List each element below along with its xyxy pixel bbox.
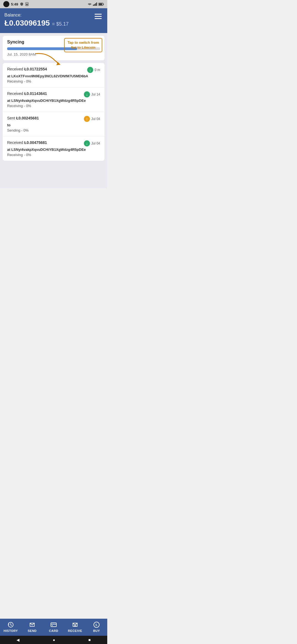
svg-rect-4 [95,3,96,6]
tx-amount: Ł0.00245681 [16,116,39,120]
tooltip-arrow [30,51,63,66]
svg-rect-2 [93,5,94,6]
signal-icon [93,2,97,6]
status-bar: 5:49 [0,0,107,8]
header: Balance: Ł0.03096195 = $5.17 [0,8,107,33]
tooltip-box: Tap to switch fromfiat to Litecoin [64,38,102,52]
tx-amount: Ł0.01722554 [24,67,47,71]
tx-received-icon: ↓ [84,91,90,97]
tx-time: Jul 04 [91,141,100,145]
transaction-item[interactable]: Received Ł0.01143641 ↓ Jul 14 at LSNyi4v… [3,88,105,112]
tx-time: 0 m [95,68,100,72]
tx-meta: ↑ Jul 04 [84,116,100,122]
wifi-icon [87,2,92,6]
tx-status: Receiving - 0% [7,153,100,157]
balance-crypto: Ł0.03096195 [4,19,50,28]
transaction-item[interactable]: Received Ł0.00475681 ↓ Jul 04 at LSNyi4v… [3,137,105,161]
tx-meta: ↓ 0 m [87,67,100,73]
transaction-item[interactable]: Received Ł0.01722554 ↓ 0 m at LKoXTFvvo9… [3,63,105,88]
status-right [87,2,104,6]
balance-fiat: = $5.17 [52,21,69,27]
sim-icon [25,2,29,6]
status-left: 5:49 [3,1,29,7]
svg-rect-5 [96,2,97,6]
tx-address: at LSNyi4vakpXqvuDCHiYB1XgWdzg4R5pDEe [7,148,100,152]
camera-icon [3,1,9,7]
menu-line-3 [95,18,102,19]
tx-amount: Ł0.01143641 [24,91,47,96]
tx-status: Receiving - 0% [7,104,100,108]
shield-icon [20,2,24,6]
tx-address: at LKoXTFvvo9N9Epy3NCL62VDNfM7U5MD6bA [7,74,100,78]
transaction-item[interactable]: Sent Ł0.00245681 ↑ Jul 04 to Sending - 0… [3,112,105,137]
tx-received-icon: ↓ [84,140,90,146]
tx-address-to: to [7,123,100,127]
tx-status: Receiving - 0% [7,79,100,83]
tx-description: Sent Ł0.00245681 [7,116,84,120]
tx-description: Received Ł0.00475681 [7,140,84,145]
tx-description: Received Ł0.01722554 [7,67,87,71]
tx-status: Sending - 0% [7,128,100,132]
syncing-card: Syncing Jul. 15, 2020 8AM Tap to switch … [3,36,105,60]
svg-rect-1 [26,4,28,5]
svg-rect-7 [103,4,104,5]
tooltip-container: Tap to switch fromfiat to Litecoin [64,38,102,52]
tx-received-icon: ↓ [87,67,93,73]
tx-meta: ↓ Jul 04 [84,140,100,146]
tx-time: Jul 14 [91,92,100,96]
menu-line-2 [95,16,102,17]
tx-description: Received Ł0.01143641 [7,91,84,96]
svg-rect-8 [99,3,102,5]
balance-section[interactable]: Balance: Ł0.03096195 = $5.17 [4,13,69,28]
svg-rect-3 [94,4,95,6]
tx-time: Jul 04 [91,117,100,121]
battery-icon [98,3,104,6]
status-time: 5:49 [11,2,18,6]
tx-amount: Ł0.00475681 [24,140,47,145]
transaction-list: Received Ł0.01722554 ↓ 0 m at LKoXTFvvo9… [3,63,105,161]
tx-meta: ↓ Jul 14 [84,91,100,97]
tx-address: at LSNyi4vakpXqvuDCHiYB1XgWdzg4R5pDEe [7,99,100,103]
tx-sent-icon: ↑ [84,116,90,122]
main-content: Syncing Jul. 15, 2020 8AM Tap to switch … [0,33,107,188]
balance-label: Balance: [4,13,69,18]
menu-line-1 [95,14,102,15]
menu-button[interactable] [94,13,103,20]
